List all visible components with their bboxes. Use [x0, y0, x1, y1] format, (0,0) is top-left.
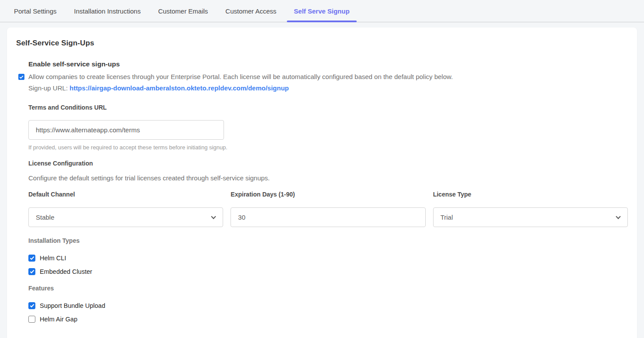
embedded-cluster-label: Embedded Cluster — [40, 268, 92, 275]
tab-self-serve-signup[interactable]: Self Serve Signup — [287, 0, 357, 22]
enable-signups-heading: Enable self-service sign-ups — [28, 60, 628, 68]
enable-signups-row: Allow companies to create licenses throu… — [28, 73, 628, 80]
terms-url-input[interactable] — [28, 120, 224, 140]
license-configuration-heading: License Configuration — [28, 160, 628, 167]
tab-customer-access[interactable]: Customer Access — [218, 0, 283, 22]
license-type-field: License Type Trial — [433, 191, 628, 227]
checkmark-icon — [19, 75, 24, 79]
default-channel-select[interactable]: Stable — [28, 207, 223, 227]
enable-signups-checkbox[interactable] — [18, 74, 24, 80]
expiration-days-label: Expiration Days (1-90) — [231, 191, 425, 198]
page-title: Self-Service Sign-Ups — [16, 39, 628, 48]
helm-air-gap-label: Helm Air Gap — [40, 316, 77, 323]
features-group: Support Bundle Upload Helm Air Gap — [28, 302, 628, 323]
checkmark-icon — [30, 256, 34, 260]
tab-installation-instructions[interactable]: Installation Instructions — [67, 0, 148, 22]
helm-cli-checkbox[interactable] — [28, 255, 35, 262]
enable-signups-description: Allow companies to create licenses throu… — [28, 73, 453, 80]
expiration-days-field: Expiration Days (1-90) — [231, 191, 425, 227]
self-serve-signup-panel: Self-Service Sign-Ups Enable self-servic… — [7, 28, 637, 338]
checkmark-icon — [30, 304, 34, 308]
support-bundle-upload-checkbox[interactable] — [28, 302, 35, 309]
installation-types-group: Helm CLI Embedded Cluster — [28, 255, 628, 275]
helm-air-gap-checkbox[interactable] — [28, 316, 35, 323]
installation-types-heading: Installation Types — [28, 237, 628, 244]
embedded-cluster-checkbox[interactable] — [28, 268, 35, 275]
license-type-label: License Type — [433, 191, 628, 198]
helm-air-gap-row: Helm Air Gap — [28, 316, 628, 323]
terms-url-label: Terms and Conditions URL — [28, 104, 628, 111]
default-channel-field: Default Channel Stable — [28, 191, 223, 227]
embedded-cluster-row: Embedded Cluster — [28, 268, 628, 275]
support-bundle-upload-row: Support Bundle Upload — [28, 302, 628, 309]
checkmark-icon — [30, 269, 34, 274]
features-heading: Features — [28, 285, 628, 292]
helm-cli-label: Helm CLI — [40, 255, 66, 262]
signup-url-link[interactable]: https://airgap-download-amberalston.okte… — [69, 84, 289, 92]
license-configuration-description: Configure the default settings for trial… — [28, 174, 628, 182]
terms-url-helper: If provided, users will be required to a… — [28, 144, 628, 151]
default-channel-label: Default Channel — [28, 191, 223, 198]
expiration-days-input[interactable] — [231, 207, 425, 227]
helm-cli-row: Helm CLI — [28, 255, 628, 262]
tab-customer-emails[interactable]: Customer Emails — [151, 0, 215, 22]
license-config-fields: Default Channel Stable Expiration Days (… — [28, 191, 628, 227]
tab-portal-settings[interactable]: Portal Settings — [7, 0, 64, 22]
license-type-select[interactable]: Trial — [433, 207, 628, 227]
support-bundle-upload-label: Support Bundle Upload — [40, 302, 105, 309]
settings-tab-bar: Portal Settings Installation Instruction… — [0, 0, 644, 22]
signup-url-row: Sign-up URL: https://airgap-download-amb… — [28, 84, 628, 92]
signup-url-label: Sign-up URL: — [28, 84, 68, 92]
